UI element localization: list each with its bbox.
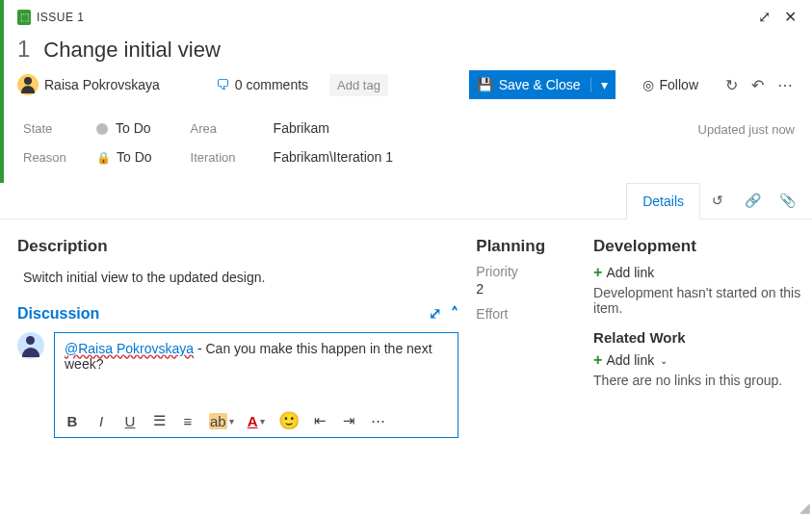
comment-editor[interactable]: @Raisa Pokrovskaya - Can you make this h… xyxy=(54,332,458,438)
tab-attachments[interactable]: 📎 xyxy=(770,182,804,219)
tab-details[interactable]: Details xyxy=(626,183,700,220)
eye-icon: ◎ xyxy=(642,77,654,92)
clear-format-button[interactable]: ab▾ xyxy=(209,413,234,429)
bold-button[interactable]: B xyxy=(65,413,80,429)
expand-discussion-icon[interactable]: ⤢ xyxy=(429,304,441,323)
underline-button[interactable]: U xyxy=(122,413,138,429)
add-related-link-button[interactable]: + Add link ⌄ xyxy=(593,351,668,369)
header: ⬚ ISSUE 1 ⤢ ✕ 1 Change initial view Rais… xyxy=(0,0,812,109)
description-heading: Description xyxy=(17,237,458,256)
comments-link[interactable]: 🗨 0 comments xyxy=(216,77,308,92)
save-label: Save & Close xyxy=(499,77,581,92)
right-column: Development + Add link Development hasn'… xyxy=(593,237,802,438)
related-heading: Related Work xyxy=(593,329,802,346)
state-value[interactable]: To Do xyxy=(96,120,152,136)
page-title[interactable]: Change initial view xyxy=(43,38,220,63)
indent-button[interactable]: ⇥ xyxy=(342,412,357,429)
issue-number: 1 xyxy=(17,36,30,63)
area-value[interactable]: Fabrikam xyxy=(274,120,394,136)
more-actions-icon[interactable]: ⋯ xyxy=(777,76,793,94)
reason-value[interactable]: 🔒To Do xyxy=(96,149,152,165)
resize-grip-icon[interactable]: ◢ xyxy=(799,500,810,515)
meta-row: Raisa Pokrovskaya 🗨 0 comments Add tag 💾… xyxy=(17,70,797,109)
planning-heading: Planning xyxy=(476,237,576,256)
close-icon[interactable]: ✕ xyxy=(784,8,797,26)
comments-count: 0 comments xyxy=(235,77,308,92)
crumb-row: ⬚ ISSUE 1 ⤢ ✕ xyxy=(17,8,797,26)
assignee-name: Raisa Pokrovskaya xyxy=(44,77,160,92)
comment-avatar xyxy=(17,332,44,359)
tab-links[interactable]: 🔗 xyxy=(735,182,770,219)
more-format-button[interactable]: ⋯ xyxy=(371,412,386,429)
link-icon: 🔗 xyxy=(745,193,761,208)
description-body[interactable]: Switch initial view to the updated desig… xyxy=(17,264,458,304)
state-dot-icon xyxy=(96,123,108,135)
priority-label: Priority xyxy=(476,264,576,279)
plus-icon: + xyxy=(593,351,602,369)
breadcrumb[interactable]: ISSUE 1 xyxy=(37,11,85,24)
left-column: Description Switch initial view to the u… xyxy=(17,237,458,438)
follow-label: Follow xyxy=(660,77,698,92)
undo-icon[interactable]: ↶ xyxy=(751,76,764,94)
comment-body[interactable]: @Raisa Pokrovskaya - Can you make this h… xyxy=(55,333,458,379)
history-icon: ↺ xyxy=(712,193,723,208)
chevron-down-icon[interactable]: ▾ xyxy=(590,77,608,92)
assignee[interactable]: Raisa Pokrovskaya xyxy=(17,74,160,95)
outdent-button[interactable]: ⇤ xyxy=(313,412,328,429)
reason-label: Reason xyxy=(23,150,81,165)
comment-icon: 🗨 xyxy=(216,77,229,92)
refresh-icon[interactable]: ↻ xyxy=(725,76,738,94)
title-row: 1 Change initial view xyxy=(17,26,797,70)
planning-column: Planning Priority 2 Effort xyxy=(476,237,576,438)
bullet-list-button[interactable]: ☰ xyxy=(151,412,167,429)
save-icon: 💾 xyxy=(477,77,493,92)
follow-button[interactable]: ◎ Follow xyxy=(633,77,708,92)
avatar xyxy=(17,74,39,95)
collapse-discussion-icon[interactable]: ˄ xyxy=(451,304,458,323)
mention[interactable]: @Raisa Pokrovskaya xyxy=(65,341,194,356)
area-label: Area xyxy=(191,121,258,136)
issue-type-icon: ⬚ xyxy=(17,10,31,25)
development-helper: Development hasn't started on this item. xyxy=(593,285,802,316)
updated-text: Updated just now xyxy=(698,122,795,137)
expand-icon[interactable]: ⤢ xyxy=(758,8,771,26)
content: Description Switch initial view to the u… xyxy=(0,220,812,438)
tab-history[interactable]: ↺ xyxy=(700,182,735,219)
italic-button[interactable]: I xyxy=(93,413,109,429)
emoji-button[interactable]: 🙂 xyxy=(278,410,300,431)
numbered-list-button[interactable]: ≡ xyxy=(180,413,196,429)
attachment-icon: 📎 xyxy=(779,193,796,208)
save-and-close-button[interactable]: 💾 Save & Close ▾ xyxy=(469,70,616,99)
priority-value[interactable]: 2 xyxy=(476,281,576,297)
iteration-value[interactable]: Fabrikam\Iteration 1 xyxy=(274,149,394,165)
discussion-heading: Discussion ⤢ ˄ xyxy=(17,304,458,323)
state-label: State xyxy=(23,121,81,136)
lock-icon: 🔒 xyxy=(96,151,111,165)
development-heading: Development xyxy=(593,237,802,256)
related-helper: There are no links in this group. xyxy=(593,373,802,388)
plus-icon: + xyxy=(593,264,602,281)
iteration-label: Iteration xyxy=(191,150,258,165)
add-dev-link-button[interactable]: + Add link xyxy=(593,264,654,281)
tabs-row: Details ↺ 🔗 📎 xyxy=(0,182,812,220)
editor-toolbar: B I U ☰ ≡ ab▾ A▾ 🙂 ⇤ ⇥ ⋯ xyxy=(55,404,458,437)
add-tag-button[interactable]: Add tag xyxy=(329,74,388,96)
font-color-button[interactable]: A▾ xyxy=(248,413,265,429)
effort-label: Effort xyxy=(476,306,576,322)
fields-row: State To Do Reason 🔒To Do Area Fabrikam … xyxy=(0,109,812,182)
chevron-down-icon: ⌄ xyxy=(660,355,668,366)
